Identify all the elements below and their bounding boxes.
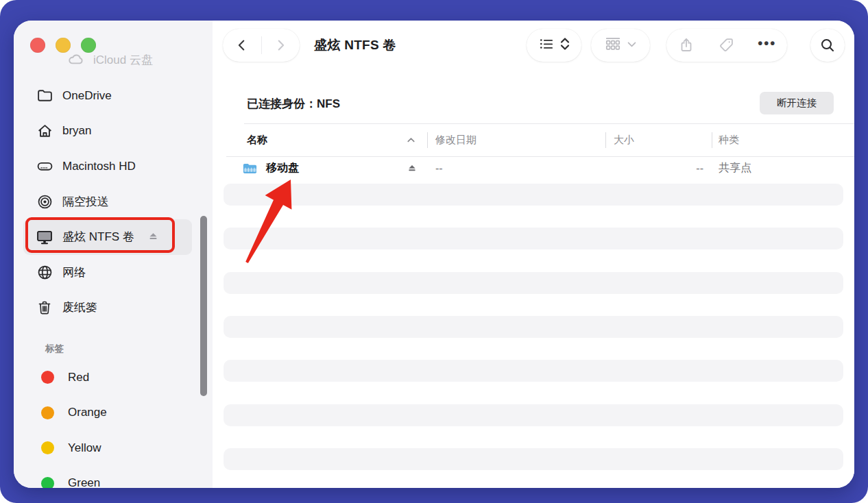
tag-color-dot: [41, 477, 54, 488]
tag-label: Red: [68, 371, 89, 384]
forward-button[interactable]: [262, 29, 300, 62]
sidebar-item-label: Macintosh HD: [62, 160, 136, 173]
divider: [712, 132, 712, 148]
home-icon: [36, 122, 53, 140]
divider: [427, 132, 428, 148]
more-icon: •••: [758, 36, 776, 54]
list-row-stripe: [224, 360, 843, 382]
eject-icon[interactable]: [407, 156, 418, 180]
back-button[interactable]: [224, 29, 261, 62]
sidebar-item-label: 隔空投送: [62, 194, 109, 210]
navigation-buttons: [223, 29, 300, 62]
sidebar-item-ntfs-volume[interactable]: 盛炫 NTFS 卷: [23, 219, 192, 255]
display-icon: [36, 228, 53, 246]
list-row-stripe: [224, 404, 843, 426]
sidebar-list: OneDrive bryan Macintosh HD: [23, 78, 192, 326]
file-date-modified: --: [435, 156, 443, 180]
trash-icon: [36, 299, 53, 317]
sidebar-item-home-bryan[interactable]: bryan: [23, 114, 192, 149]
sidebar-item-label: 盛炫 NTFS 卷: [62, 229, 134, 245]
cloud-icon: [67, 51, 85, 69]
tag-red[interactable]: Red: [23, 360, 192, 395]
column-header-date-modified[interactable]: 修改日期: [435, 123, 477, 156]
folder-icon: [36, 87, 53, 105]
screenshot-frame: iCloud 云盘 OneDrive bryan: [0, 0, 868, 503]
action-buttons: •••: [666, 29, 787, 62]
tag-label: Yellow: [68, 441, 101, 455]
list-row-stripe: [224, 448, 843, 470]
tag-color-dot: [41, 371, 54, 384]
column-header-kind[interactable]: 种类: [719, 123, 739, 156]
share-button[interactable]: [667, 29, 706, 62]
sort-ascending-icon: [406, 123, 416, 156]
sidebar: iCloud 云盘 OneDrive bryan: [14, 21, 213, 488]
list-view-icon: [538, 36, 555, 55]
tag-button[interactable]: [708, 29, 746, 62]
tag-yellow[interactable]: Yellow: [23, 430, 192, 466]
list-row-stripe: [224, 228, 843, 249]
search-button[interactable]: [810, 29, 845, 62]
sidebar-item-trash[interactable]: 废纸篓: [23, 290, 192, 326]
sidebar-item-label: iCloud 云盘: [93, 52, 153, 68]
sidebar-item-airdrop[interactable]: 隔空投送: [23, 184, 192, 220]
tags-section-header: 标签: [45, 343, 64, 355]
shared-folder-icon: [243, 156, 257, 180]
file-kind: 共享点: [719, 156, 751, 180]
eject-icon[interactable]: [147, 231, 159, 243]
tags-list: Red Orange Yellow Green: [23, 360, 192, 488]
search-icon: [819, 37, 836, 53]
close-button[interactable]: [30, 38, 45, 53]
sidebar-item-network[interactable]: 网络: [23, 255, 192, 291]
tag-label: Orange: [68, 406, 107, 419]
airdrop-icon: [36, 193, 53, 210]
sidebar-item-label: 网络: [62, 265, 86, 280]
sidebar-item-label: OneDrive: [62, 89, 112, 103]
tag-orange[interactable]: Orange: [23, 395, 192, 431]
connection-status: 已连接身份：NFS: [247, 92, 340, 115]
sidebar-item-macintosh-hd[interactable]: Macintosh HD: [23, 149, 192, 184]
sidebar-item-label: bryan: [62, 124, 92, 138]
file-size: --: [657, 156, 703, 180]
list-row-stripe: [224, 272, 843, 294]
minimize-button[interactable]: [56, 38, 71, 53]
tag-green[interactable]: Green: [23, 466, 192, 489]
list-row-stripe: [224, 184, 843, 206]
window-title: 盛炫 NTFS 卷: [314, 21, 396, 70]
divider: [605, 132, 606, 148]
tag-label: Green: [68, 476, 100, 488]
maximize-button[interactable]: [81, 38, 96, 53]
chevron-down-icon: [626, 38, 638, 53]
view-mode-button[interactable]: [527, 29, 581, 62]
finder-window: iCloud 云盘 OneDrive bryan: [14, 21, 854, 488]
harddrive-icon: [36, 158, 53, 175]
sidebar-item-icloud[interactable]: iCloud 云盘: [67, 51, 153, 69]
tag-icon: [719, 37, 735, 53]
share-icon: [678, 37, 695, 53]
table-row[interactable]: 移动盘 -- -- 共享点: [213, 156, 854, 180]
list-row-stripe: [224, 316, 843, 338]
sidebar-item-onedrive[interactable]: OneDrive: [23, 78, 192, 114]
sort-chevrons-icon: [559, 36, 570, 55]
column-header-name[interactable]: 名称: [247, 123, 267, 156]
disconnect-button[interactable]: 断开连接: [760, 92, 834, 114]
group-view-icon: [604, 35, 622, 56]
sidebar-item-label: 废纸篓: [62, 299, 97, 315]
tag-color-dot: [41, 406, 54, 419]
tag-color-dot: [41, 441, 54, 454]
group-view-button[interactable]: [591, 29, 650, 62]
window-controls: [30, 38, 96, 53]
sidebar-scrollbar[interactable]: [200, 216, 207, 396]
main-content: 盛炫 NTFS 卷: [213, 21, 854, 488]
file-name[interactable]: 移动盘: [266, 156, 299, 180]
globe-icon: [36, 263, 53, 281]
more-button[interactable]: •••: [748, 29, 786, 62]
table-header: 名称 修改日期 大小 种类: [213, 123, 854, 156]
column-header-size[interactable]: 大小: [614, 123, 634, 156]
